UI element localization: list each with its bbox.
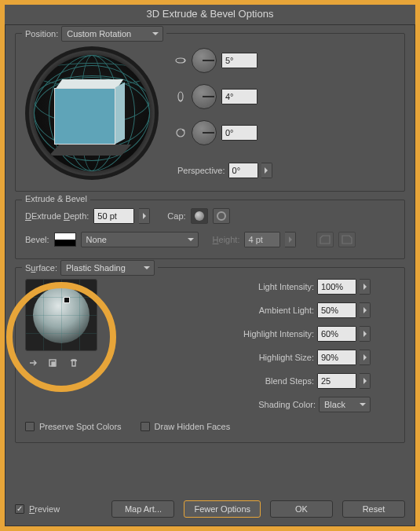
extrude-depth-input[interactable] <box>93 208 134 224</box>
blend-steps-input[interactable] <box>317 373 356 389</box>
light-intensity-input[interactable] <box>317 279 356 295</box>
cap-off-button[interactable] <box>213 208 230 224</box>
rotate-x-dial[interactable] <box>192 48 217 73</box>
highlight-size-label: Highlight Size: <box>135 353 314 362</box>
blend-steps-label: Blend Steps: <box>135 376 314 386</box>
bevel-swatch-icon <box>54 233 76 247</box>
shading-color-dropdown[interactable]: Black <box>319 397 371 412</box>
rotate-y-dial[interactable] <box>192 84 217 109</box>
bevel-height-stepper <box>285 232 296 247</box>
extrude-bevel-group-label: Extrude & Bevel <box>22 194 90 203</box>
fewer-options-button[interactable]: Fewer Options <box>184 500 261 518</box>
rotate-z-dial[interactable] <box>192 120 217 145</box>
position-label: Position: <box>25 29 58 38</box>
preview-checkbox[interactable]: Preview <box>15 504 60 514</box>
ok-button[interactable]: OK <box>270 500 333 518</box>
rotate-x-icon <box>174 54 187 67</box>
highlight-intensity-input[interactable] <box>317 326 356 342</box>
blend-steps-stepper[interactable] <box>360 373 371 389</box>
bevel-height-label: Height: <box>213 235 240 244</box>
extrude-depth-label: DExtrude Depth:Extrude Depth: <box>25 211 89 221</box>
cap-label: Cap: <box>167 211 185 221</box>
delete-light-icon[interactable] <box>66 356 82 370</box>
light-marker[interactable] <box>64 297 70 303</box>
perspective-stepper[interactable] <box>261 163 272 178</box>
ambient-light-input[interactable] <box>317 302 356 318</box>
dialog-title: 3D Extrude & Bevel Options <box>5 5 415 24</box>
light-intensity-label: Light Intensity: <box>135 282 314 291</box>
rotation-trackball[interactable] <box>25 46 159 180</box>
position-group: Position: Custom Rotation <box>15 33 405 192</box>
light-preview[interactable] <box>25 279 97 351</box>
svg-rect-4 <box>52 362 55 366</box>
bevel-height-input <box>244 232 280 247</box>
map-art-button[interactable]: Map Art... <box>111 500 174 518</box>
rotate-x-input[interactable] <box>221 53 257 68</box>
bevel-label: Bevel: <box>25 235 49 244</box>
rotate-y-icon <box>174 90 187 103</box>
surface-label: Surface: <box>25 263 57 273</box>
surface-dropdown[interactable]: Plastic Shading <box>60 260 155 276</box>
bevel-extent-out-icon <box>338 232 356 247</box>
reset-button[interactable]: Reset <box>342 500 405 518</box>
rotate-y-input[interactable] <box>221 89 257 104</box>
extrude-bevel-group: Extrude & Bevel DExtrude Depth:Extrude D… <box>15 200 405 259</box>
position-dropdown[interactable]: Custom Rotation <box>61 26 163 42</box>
ambient-light-label: Ambient Light: <box>135 306 314 315</box>
dialog-3d-extrude-bevel: 3D Extrude & Bevel Options Position: Cus… <box>5 5 415 526</box>
highlight-intensity-label: Highlight Intensity: <box>135 329 314 339</box>
draw-hidden-faces-checkbox[interactable]: Draw Hidden Faces <box>141 422 231 431</box>
ambient-light-stepper[interactable] <box>360 302 371 318</box>
cap-on-button[interactable] <box>191 208 208 224</box>
bevel-dropdown[interactable]: None <box>81 232 199 247</box>
highlight-intensity-stepper[interactable] <box>360 326 371 342</box>
shading-color-label: Shading Color: <box>135 400 316 409</box>
new-light-icon[interactable] <box>46 356 61 370</box>
rotate-z-icon <box>174 126 187 139</box>
light-intensity-stepper[interactable] <box>360 279 371 295</box>
dialog-footer: Preview Map Art... Fewer Options OK Rese… <box>15 497 405 518</box>
perspective-input[interactable] <box>228 163 258 178</box>
bevel-extent-in-icon <box>316 232 334 247</box>
move-light-back-icon[interactable] <box>25 356 41 370</box>
preserve-spot-colors-checkbox[interactable]: Preserve Spot Colors <box>25 422 122 431</box>
perspective-label: Perspective: <box>177 166 225 175</box>
highlight-size-stepper[interactable] <box>360 350 371 365</box>
rotate-z-input[interactable] <box>221 125 257 141</box>
extrude-depth-stepper[interactable] <box>139 208 150 224</box>
highlight-size-input[interactable] <box>317 350 356 365</box>
dialog-body: Position: Custom Rotation <box>5 24 415 526</box>
surface-group: Surface: Plastic Shading <box>15 267 405 443</box>
